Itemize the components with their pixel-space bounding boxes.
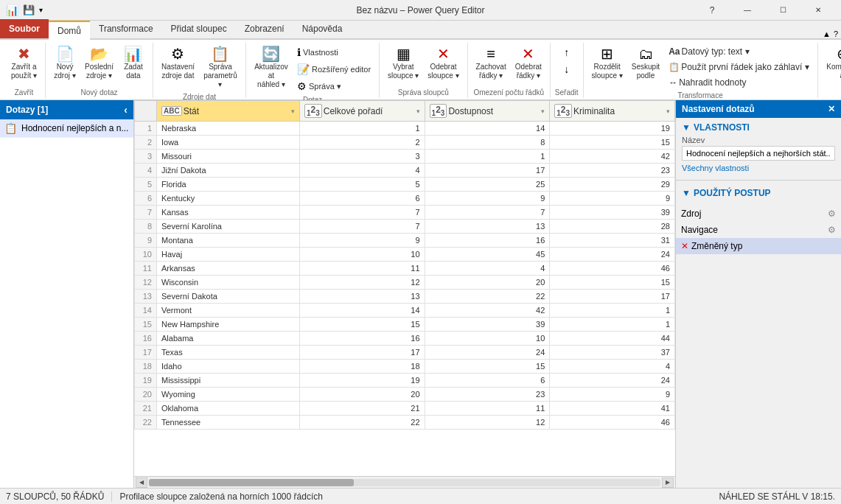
properties-expand-icon[interactable]: ▼	[682, 122, 691, 133]
table-row[interactable]: 18 Idaho 18 15 4	[135, 360, 675, 374]
table-row[interactable]: 5 Florida 5 25 29	[135, 178, 675, 192]
posledni-zdroje-button[interactable]: 📂 Poslednízdroje ▾	[81, 44, 117, 83]
col-header-kriminalita[interactable]: 123 Kriminalita ▾	[550, 101, 675, 122]
transformace-col2: Aa Datový typ: text ▾ 📋 Použít první řád…	[665, 44, 812, 90]
help-icon[interactable]: ?	[695, 0, 729, 21]
col-header-dostupnost[interactable]: 123 Dostupnost ▾	[425, 101, 550, 122]
table-row[interactable]: 12 Wisconsin 12 20 15	[135, 276, 675, 290]
vlastnosti-button[interactable]: ℹ Vlastnosti	[293, 44, 374, 60]
step-zdroj[interactable]: Zdroj ⚙	[676, 206, 841, 222]
table-row[interactable]: 7 Kansas 7 7 39	[135, 206, 675, 220]
table-row[interactable]: 22 Tennessee 22 12 46	[135, 416, 675, 430]
odebrat-radky-button[interactable]: ✕ Odebratřádky ▾	[512, 44, 545, 83]
kriminalita-filter-icon[interactable]: ▾	[666, 108, 670, 115]
zachovat-radky-button[interactable]: ≡ Zachovatřádky ▾	[472, 44, 510, 83]
table-row[interactable]: 16 Alabama 16 10 44	[135, 332, 675, 346]
table-row[interactable]: 14 Vermont 14 42 1	[135, 304, 675, 318]
group-label-seradit: Seřadit	[555, 88, 579, 98]
table-row[interactable]: 9 Montana 9 16 31	[135, 234, 675, 248]
stat-filter-icon[interactable]: ▾	[291, 108, 295, 115]
kombinovat-button[interactable]: ⊕ Kombinovat	[823, 44, 841, 83]
step-zdroj-gear[interactable]: ⚙	[828, 209, 836, 219]
rozsireny-editor-button[interactable]: 📝 Rozšířený editor	[293, 61, 374, 77]
table-row[interactable]: 17 Texas 17 24 37	[135, 346, 675, 360]
rozdelit-sloupce-button[interactable]: ⊞ Rozdělitsloupce ▾	[588, 44, 627, 83]
minimize-button[interactable]: —	[730, 0, 764, 21]
seradit-vzestupne-button[interactable]: ↑	[560, 44, 573, 60]
ribbon-help-icon[interactable]: ?	[834, 29, 838, 38]
odebrat-radky-icon: ✕	[522, 46, 534, 61]
table-row[interactable]: 15 New Hampshire 15 39 1	[135, 318, 675, 332]
ribbon-collapse-icon[interactable]: ▲	[823, 29, 831, 38]
ribbon-group-seradit: ↑ ↓ Seřadit	[551, 43, 584, 98]
seskupit-podle-button[interactable]: 🗂 Seskupitpodle	[628, 44, 663, 83]
odebrat-sloupce-button[interactable]: ✕ Odebratsloupce ▾	[424, 44, 462, 83]
zavrit-a-pouzit-button[interactable]: ✖ Zavřít apoužít ▾	[7, 44, 41, 83]
scroll-left-arrow[interactable]: ◀	[136, 477, 147, 488]
table-row[interactable]: 2 Iowa 2 8 15	[135, 136, 675, 150]
step-zmeneny-typ[interactable]: ✕ Změněný typ	[676, 238, 841, 254]
all-properties-link[interactable]: Všechny vlastnosti	[682, 164, 835, 172]
zadat-data-button[interactable]: 📊 Zadatdata	[119, 44, 148, 83]
cell-celkove: 5	[299, 178, 425, 192]
table-row[interactable]: 11 Arkansas 11 4 46	[135, 262, 675, 276]
table-row[interactable]: 19 Mississippi 19 6 24	[135, 374, 675, 388]
datovy-typ-button[interactable]: Aa Datový typ: text ▾	[665, 44, 812, 59]
table-row[interactable]: 4 Jižní Dakota 4 17 23	[135, 164, 675, 178]
table-row[interactable]: 20 Wyoming 20 23 9	[135, 388, 675, 402]
data-table[interactable]: ABC Stát ▾ 123 Celkové pořadí ▾	[134, 100, 675, 476]
tab-domu[interactable]: Domů	[49, 21, 90, 40]
row-number: 13	[135, 290, 157, 304]
dostupnost-filter-icon[interactable]: ▾	[541, 108, 545, 115]
step-navigace[interactable]: Navigace ⚙	[676, 222, 841, 238]
quick-save-icon[interactable]: 💾	[23, 4, 35, 15]
sidebar-collapse-icon[interactable]: ‹	[124, 104, 128, 116]
seradit-sestupne-button[interactable]: ↓	[560, 61, 573, 77]
step-navigace-gear[interactable]: ⚙	[828, 225, 836, 235]
table-row[interactable]: 6 Kentucky 6 9 9	[135, 192, 675, 206]
col-header-stat[interactable]: ABC Stát ▾	[157, 101, 300, 122]
table-row[interactable]: 3 Missouri 3 1 42	[135, 150, 675, 164]
table-row[interactable]: 21 Oklahoma 21 11 41	[135, 402, 675, 416]
sprava-parametru-button[interactable]: 📋 Správaparametrů ▾	[200, 44, 241, 91]
scroll-right-arrow[interactable]: ▶	[662, 477, 674, 488]
row-number: 1	[135, 122, 157, 136]
query-name-input[interactable]	[682, 146, 835, 161]
scroll-track[interactable]	[149, 479, 660, 486]
tab-zobrazeni[interactable]: Zobrazení	[236, 19, 293, 38]
data-grid: ABC Stát ▾ 123 Celkové pořadí ▾	[134, 100, 675, 430]
prvni-radek-button[interactable]: 📋 Použít první řádek jako záhlaví ▾	[665, 60, 812, 74]
nahradit-hodnoty-button[interactable]: ↔ Nahradit hodnoty	[665, 75, 812, 90]
nahradit-hodnoty-icon: ↔	[669, 77, 677, 88]
tab-pridat-sloupec[interactable]: Přidat sloupec	[162, 19, 236, 38]
table-row[interactable]: 1 Nebraska 1 14 19	[135, 122, 675, 136]
aktualizovat-nahled-button[interactable]: 🔄 Aktualizovatnáhled ▾	[251, 44, 292, 91]
nahradit-hodnoty-label: Nahradit hodnoty	[679, 77, 746, 88]
cell-kriminalita: 46	[550, 416, 675, 430]
nastaveni-zdroje-dat-button[interactable]: ⚙ Nastavenízdroje dat	[158, 44, 198, 83]
horizontal-scrollbar[interactable]: ◀ ▶	[134, 476, 675, 488]
seradit-col: ↑ ↓	[560, 44, 573, 77]
table-row[interactable]: 10 Havaj 10 45 24	[135, 248, 675, 262]
cell-dostupnost: 6	[425, 374, 550, 388]
vybrat-sloupce-button[interactable]: ▦ Vybratsloupce ▾	[384, 44, 422, 83]
celkove-filter-icon[interactable]: ▾	[416, 108, 420, 115]
tab-transformace[interactable]: Transformace	[90, 19, 162, 38]
table-row[interactable]: 13 Severní Dakota 13 22 17	[135, 290, 675, 304]
maximize-button[interactable]: ☐	[766, 0, 800, 21]
quick-access-dropdown[interactable]: ▾	[39, 6, 43, 14]
right-panel-close-icon[interactable]: ✕	[828, 104, 835, 114]
steps-expand-icon[interactable]: ▼	[682, 188, 691, 198]
tab-soubor[interactable]: Soubor	[0, 19, 49, 38]
close-button[interactable]: ✕	[801, 0, 835, 21]
novy-zdroj-button[interactable]: 📄 Novýzdroj ▾	[50, 44, 80, 83]
sprava-button[interactable]: ⚙ Správa ▾	[293, 78, 374, 94]
properties-section: ▼ VLASTNOSTI Název Všechny vlastnosti	[676, 118, 841, 177]
tab-napoveda[interactable]: Nápověda	[293, 19, 352, 38]
col-header-celkove-poradi[interactable]: 123 Celkové pořadí ▾	[299, 101, 425, 122]
status-profile-info: Profilace sloupce založená na horních 10…	[119, 491, 323, 502]
sidebar-item-hodnoceni[interactable]: 📋 Hodnocení nejlepších a n...	[0, 119, 133, 138]
ribbon-group-zavrit: ✖ Zavřít apoužít ▾ Zavřít	[3, 43, 46, 98]
ribbon: Soubor Domů Transformace Přidat sloupec …	[0, 21, 841, 100]
table-row[interactable]: 8 Severní Karolína 7 13 28	[135, 220, 675, 234]
